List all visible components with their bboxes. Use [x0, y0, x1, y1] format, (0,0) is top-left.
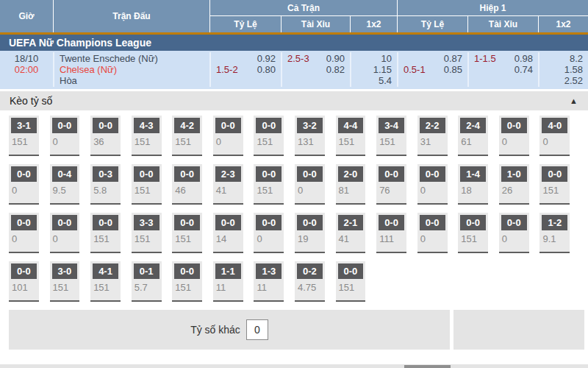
score-odds-cell[interactable]: 0-0151 — [172, 261, 202, 302]
score-odds-cell[interactable]: 4-1151 — [90, 261, 121, 302]
full-1x2-home[interactable]: 10 — [356, 53, 392, 64]
score-odds-cell[interactable]: 1-111 — [213, 261, 243, 302]
match-time: 02:00 — [5, 64, 48, 75]
score-odds-value: 151 — [134, 230, 159, 244]
score-odds-cell[interactable]: 0-24.75 — [295, 261, 325, 302]
horizontal-scrollbar[interactable] — [0, 364, 588, 368]
score-odds-value: 151 — [134, 182, 159, 196]
score-odds-value: 151 — [256, 133, 282, 147]
score-label: 2-1 — [338, 215, 364, 230]
score-odds-cell[interactable]: 0-076 — [376, 164, 406, 205]
full-1x2-draw[interactable]: 5.4 — [356, 75, 392, 86]
score-odds-cell[interactable]: 0-15.7 — [132, 261, 162, 302]
full-handicap-home-odds[interactable]: 0.92 — [257, 53, 276, 64]
score-row: 3-11510-000-0364-31514-21510-000-01513-2… — [9, 116, 581, 156]
away-team[interactable]: Chelsea (Nữ) — [60, 64, 204, 75]
score-odds-cell[interactable]: 0-35.8 — [90, 164, 121, 205]
score-label: 3-1 — [11, 118, 37, 133]
score-label: 0-4 — [52, 166, 78, 182]
score-odds-cell[interactable]: 3-1151 — [9, 116, 39, 156]
score-label: 4-1 — [93, 263, 118, 279]
score-odds-cell[interactable]: 2-081 — [336, 164, 366, 205]
full-1x2-away[interactable]: 1.15 — [356, 64, 392, 75]
score-label: 0-0 — [297, 215, 323, 230]
score-odds-cell[interactable]: 3-4151 — [376, 116, 406, 156]
half-1x2-home[interactable]: 8.2 — [545, 53, 583, 64]
score-cell-slot: 0-15.7 — [132, 261, 173, 302]
score-odds-cell[interactable]: 0-00 — [499, 213, 529, 253]
full-under-odds[interactable]: 0.82 — [326, 64, 345, 75]
score-odds-cell[interactable]: 0-49.5 — [50, 164, 80, 205]
score-odds-cell[interactable]: 0-0151 — [172, 213, 202, 253]
score-odds-cell[interactable]: 3-0151 — [50, 261, 80, 302]
score-odds-cell[interactable]: 0-00 — [50, 213, 80, 253]
score-odds-cell[interactable]: 0-00 — [9, 164, 39, 205]
score-odds-cell[interactable]: 0-00 — [499, 116, 529, 156]
league-row[interactable]: UEFA Nữ Champions League — [0, 35, 588, 51]
score-odds-cell[interactable]: 0-036 — [90, 116, 121, 156]
half-1x2-away[interactable]: 1.58 — [545, 64, 583, 75]
score-odds-cell[interactable]: 0-0151 — [336, 261, 366, 302]
score-odds-cell[interactable]: 0-0151 — [539, 164, 570, 205]
score-label: 0-0 — [256, 215, 282, 230]
score-odds-cell[interactable]: 2-141 — [336, 213, 366, 253]
score-odds-cell[interactable]: 1-311 — [254, 261, 284, 302]
score-label: 0-2 — [297, 263, 323, 279]
score-odds-value: 101 — [11, 279, 37, 293]
score-odds-cell[interactable]: 0-00 — [417, 213, 448, 253]
score-odds-cell[interactable]: 0-019 — [295, 213, 325, 253]
score-label: 2-2 — [420, 118, 445, 133]
other-score-row: Tỷ số khác 0 — [9, 310, 450, 350]
score-odds-cell[interactable]: 3-3151 — [132, 213, 162, 253]
match-row: 18/10 02:00 Twente Enschede (Nữ) Chelsea… — [0, 51, 588, 89]
scrollbar-thumb[interactable] — [404, 365, 451, 368]
full-handicap-away-odds[interactable]: 0.80 — [257, 64, 276, 75]
score-odds-cell[interactable]: 1-29.1 — [539, 213, 570, 253]
score-odds-cell[interactable]: 0-0151 — [90, 213, 121, 253]
score-odds-cell[interactable]: 4-3151 — [132, 116, 162, 156]
collapse-arrow-icon[interactable]: ▲ — [570, 96, 578, 105]
score-label: 0-0 — [174, 215, 200, 230]
score-odds-cell[interactable]: 2-341 — [213, 164, 243, 205]
score-odds-cell[interactable]: 2-461 — [458, 116, 488, 156]
correct-score-header[interactable]: Kèo tỷ số ▲ — [0, 91, 588, 110]
score-odds-cell[interactable]: 0-00 — [295, 164, 325, 205]
half-1x2-draw[interactable]: 2.52 — [545, 75, 583, 86]
score-odds-cell[interactable]: 0-0101 — [9, 261, 39, 302]
home-team[interactable]: Twente Enschede (Nữ) — [60, 53, 204, 64]
score-odds-cell[interactable]: 2-231 — [417, 116, 448, 156]
half-handicap-away-odds[interactable]: 0.85 — [444, 64, 462, 75]
score-odds-cell[interactable]: 0-0151 — [254, 116, 284, 156]
full-over-odds[interactable]: 0.90 — [326, 53, 345, 64]
score-odds-cell[interactable]: 0-046 — [172, 164, 202, 205]
score-odds-cell[interactable]: 0-0151 — [132, 164, 162, 205]
score-label: 0-0 — [174, 166, 200, 182]
score-odds-cell[interactable]: 1-026 — [499, 164, 529, 205]
col-header-first-half: Hiệp 1 — [397, 0, 588, 16]
score-odds-cell[interactable]: 0-0151 — [254, 164, 284, 205]
score-odds-cell[interactable]: 0-00 — [417, 164, 448, 205]
score-odds-cell[interactable]: 0-00 — [254, 213, 284, 253]
score-cell-slot: 0-00 — [254, 213, 295, 253]
other-score-odds-box[interactable]: 0 — [246, 319, 268, 340]
score-odds-cell[interactable]: 1-418 — [458, 164, 488, 205]
score-odds-cell[interactable]: 4-4151 — [336, 116, 366, 156]
score-odds-cell[interactable]: 3-2131 — [295, 116, 325, 156]
score-odds-value: 151 — [93, 230, 118, 244]
col-header-half-overunder: Tài Xỉu — [467, 16, 538, 32]
score-odds-cell[interactable]: 0-00 — [213, 116, 243, 156]
score-odds-value: 0 — [420, 182, 445, 196]
score-odds-value: 0 — [501, 230, 527, 244]
score-odds-cell[interactable]: 0-00 — [50, 116, 80, 156]
score-odds-cell[interactable]: 0-014 — [213, 213, 243, 253]
score-label: 0-0 — [215, 215, 241, 230]
half-handicap-home-odds[interactable]: 0.87 — [444, 53, 462, 64]
score-odds-cell[interactable]: 0-0111 — [376, 213, 406, 253]
score-odds-cell[interactable]: 0-00 — [9, 213, 39, 253]
half-over-odds[interactable]: 0.98 — [514, 53, 533, 64]
half-under-odds[interactable]: 0.74 — [514, 64, 533, 75]
score-odds-cell[interactable]: 4-2151 — [172, 116, 202, 156]
score-odds-cell[interactable]: 0-0151 — [458, 213, 488, 253]
score-label: 0-0 — [52, 215, 78, 230]
score-odds-cell[interactable]: 4-00 — [539, 116, 570, 156]
